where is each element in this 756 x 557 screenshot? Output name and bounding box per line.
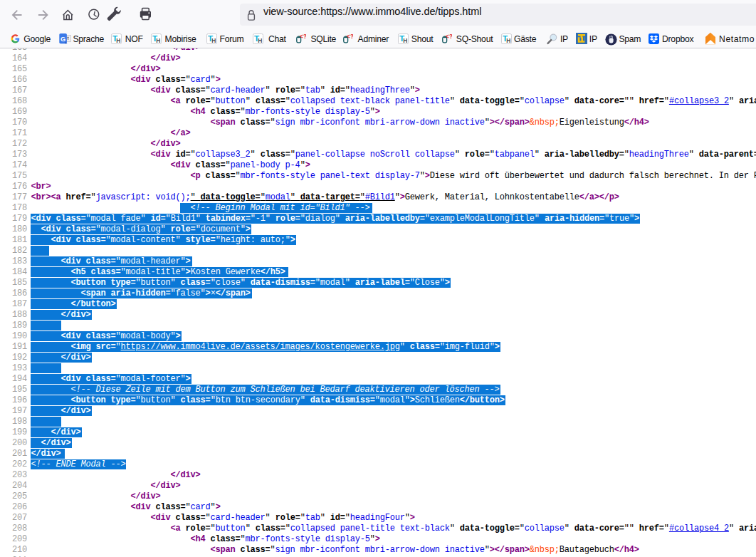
svg-text:H: H	[403, 36, 407, 43]
svg-text:H: H	[116, 36, 120, 43]
svg-text:<?: <?	[347, 33, 353, 40]
svg-text:G: G	[61, 35, 65, 42]
svg-text:<?: <?	[300, 33, 306, 40]
svg-text:H: H	[258, 36, 262, 43]
svg-text:H: H	[506, 36, 510, 43]
svg-text:H: H	[156, 36, 160, 43]
svg-text:H: H	[211, 36, 216, 43]
svg-text:<?: <?	[446, 33, 452, 40]
